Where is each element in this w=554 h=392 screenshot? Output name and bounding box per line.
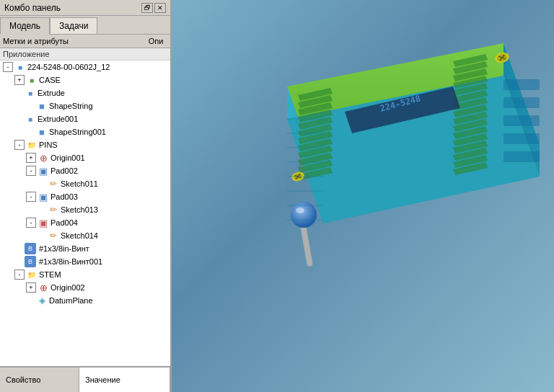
sketch014-label: Sketch014 bbox=[61, 231, 98, 240]
tab-tasks[interactable]: Задачи bbox=[50, 17, 97, 34]
tree-area[interactable]: Приложение - ■ 224-5248-00-0602J_12 + ■ … bbox=[0, 48, 170, 366]
value-label: Значение bbox=[85, 375, 120, 384]
pad002-toggle[interactable]: - bbox=[26, 166, 36, 176]
list-item[interactable]: ■ Extrude001 bbox=[0, 112, 170, 125]
pad003-label: Pad003 bbox=[50, 192, 78, 201]
svg-point-46 bbox=[296, 208, 304, 213]
list-item[interactable]: ✏ Sketch014 bbox=[0, 229, 170, 242]
extrude001-label: Extrude001 bbox=[38, 115, 78, 123]
property-column: Свойство bbox=[0, 368, 79, 392]
svg-rect-55 bbox=[504, 79, 540, 90]
pins-toggle[interactable]: - bbox=[14, 140, 25, 150]
list-item[interactable]: ■ ShapeString bbox=[0, 99, 170, 112]
sketch011-label: Sketch011 bbox=[61, 179, 98, 188]
restore-button[interactable]: 🗗 bbox=[141, 3, 153, 13]
root-label: 224-5248-00-0602J_12 bbox=[27, 63, 110, 71]
section-label: Приложение bbox=[0, 48, 170, 61]
bottom-panel: Свойство Значение bbox=[0, 366, 170, 392]
sketch013-label: Sketch013 bbox=[61, 205, 98, 214]
datumplane-icon: ◈ bbox=[36, 295, 48, 306]
pad002-icon: ▣ bbox=[38, 165, 49, 177]
shapestring-icon: ■ bbox=[36, 100, 48, 112]
model-svg: 224-5248 bbox=[172, 0, 554, 392]
list-item[interactable]: ◈ DatumPlane bbox=[0, 294, 170, 307]
svg-rect-56 bbox=[504, 97, 540, 108]
pins-label: PINS bbox=[39, 141, 58, 149]
list-item[interactable]: - ▣ Pad004 bbox=[0, 216, 170, 229]
pins-icon: 📁 bbox=[26, 139, 38, 151]
list-item[interactable]: B #1x3/8in-Винт001 bbox=[0, 255, 170, 268]
origin001-icon: ⊕ bbox=[38, 152, 49, 164]
property-label: Свойство bbox=[6, 375, 40, 384]
pad004-toggle[interactable]: - bbox=[26, 218, 36, 228]
svg-rect-59 bbox=[504, 151, 540, 162]
tree-root-item[interactable]: - ■ 224-5248-00-0602J_12 bbox=[0, 61, 170, 74]
list-item[interactable]: + ■ CASE bbox=[0, 74, 170, 86]
list-item[interactable]: + ⊕ Origin002 bbox=[0, 281, 170, 294]
case-toggle[interactable]: + bbox=[14, 75, 25, 85]
pad004-icon: ▣ bbox=[38, 217, 49, 228]
list-item[interactable]: + ⊕ Origin001 bbox=[0, 151, 170, 164]
pad003-toggle[interactable]: - bbox=[26, 192, 36, 202]
stem-toggle[interactable]: - bbox=[14, 270, 25, 280]
sketch011-icon: ✏ bbox=[48, 178, 59, 190]
list-item[interactable]: - ▣ Pad003 bbox=[0, 190, 170, 203]
case-label: CASE bbox=[39, 76, 61, 84]
tree-headers: Метки и атрибуты Опи bbox=[0, 35, 170, 48]
list-item[interactable]: ■ ShapeString001 bbox=[0, 125, 170, 138]
titlebar-buttons: 🗗 ✕ bbox=[141, 3, 166, 13]
list-item[interactable]: ■ Extrude bbox=[0, 86, 170, 99]
col-header-op: Опи bbox=[141, 36, 170, 46]
shapestring-label: ShapeString bbox=[49, 102, 93, 110]
panel-titlebar: Комбо панель 🗗 ✕ bbox=[0, 0, 170, 16]
pad004-label: Pad004 bbox=[50, 218, 78, 227]
origin002-label: Origin002 bbox=[50, 283, 85, 292]
extrude-icon: ■ bbox=[25, 87, 36, 99]
panel-title: Комбо панель bbox=[4, 3, 61, 13]
list-item[interactable]: B #1x3/8in-Винт bbox=[0, 242, 170, 255]
shapestring001-label: ShapeString001 bbox=[49, 128, 106, 136]
bolt1-label: #1x3/8in-Винт bbox=[39, 244, 89, 253]
origin002-toggle[interactable]: + bbox=[26, 282, 36, 293]
stem-icon: 📁 bbox=[26, 269, 38, 280]
value-column: Значение bbox=[79, 368, 170, 392]
list-item[interactable]: ✏ Sketch011 bbox=[0, 177, 170, 190]
sketch013-icon: ✏ bbox=[48, 204, 59, 215]
root-toggle[interactable]: - bbox=[3, 62, 13, 72]
shapestring001-icon: ■ bbox=[36, 126, 48, 138]
close-button[interactable]: ✕ bbox=[154, 3, 166, 13]
col-header-attributes: Метки и атрибуты bbox=[0, 36, 141, 46]
tab-model[interactable]: Модель bbox=[0, 17, 50, 35]
stem-label: STEM bbox=[39, 270, 61, 279]
list-item[interactable]: - 📁 PINS bbox=[0, 138, 170, 151]
list-item[interactable]: - 📁 STEM bbox=[0, 268, 170, 281]
left-panel: Комбо панель 🗗 ✕ Модель Задачи Метки и а… bbox=[0, 0, 172, 392]
tabs-row: Модель Задачи bbox=[0, 16, 170, 35]
root-icon: ■ bbox=[14, 61, 26, 73]
3d-viewport[interactable]: 224-5248 bbox=[172, 0, 554, 392]
list-item[interactable]: ✏ Sketch013 bbox=[0, 203, 170, 216]
svg-rect-58 bbox=[504, 133, 540, 144]
origin001-toggle[interactable]: + bbox=[26, 153, 36, 163]
bolt2-label: #1x3/8in-Винт001 bbox=[39, 257, 102, 266]
pad002-label: Pad002 bbox=[50, 166, 78, 175]
svg-rect-57 bbox=[504, 115, 540, 126]
sketch014-icon: ✏ bbox=[48, 230, 59, 241]
origin001-label: Origin001 bbox=[50, 153, 85, 162]
main-container: Комбо панель 🗗 ✕ Модель Задачи Метки и а… bbox=[0, 0, 554, 392]
extrude-label: Extrude bbox=[38, 89, 65, 97]
bolt1-icon: B bbox=[25, 243, 36, 254]
list-item[interactable]: - ▣ Pad002 bbox=[0, 164, 170, 177]
origin002-icon: ⊕ bbox=[38, 282, 49, 293]
pad003-icon: ▣ bbox=[38, 191, 49, 202]
extrude001-icon: ■ bbox=[25, 113, 36, 125]
case-icon: ■ bbox=[26, 74, 38, 86]
bolt2-icon: B bbox=[25, 256, 36, 267]
datumplane-label: DatumPlane bbox=[49, 296, 93, 305]
